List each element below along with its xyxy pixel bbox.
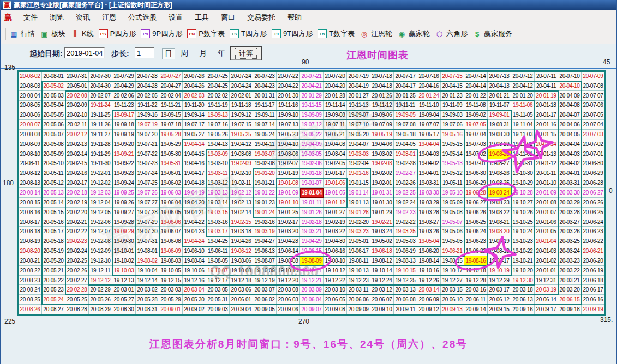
unit-button-年[interactable]: 年	[218, 48, 225, 58]
grid-cell-20-04-04: 20-04-04	[558, 139, 582, 149]
toolbar-button-板块[interactable]: ▣板块	[40, 29, 65, 39]
grid-cell-19-07-21: 19-07-21	[136, 139, 159, 149]
title-bar: 赢 赢家江恩专业版[赢家服务平台] - [上证指数时间正方形]	[1, 0, 616, 10]
grid-cell-20-05-21: 20-05-21	[42, 266, 65, 276]
grid-cell-19-04-24: 19-04-24	[183, 236, 206, 246]
grid-cell-19-07-05: 19-07-05	[464, 120, 488, 130]
menu-item-浏览[interactable]: 浏览	[44, 13, 70, 21]
toolbar-button-P四方形[interactable]: PSP四方形	[99, 29, 136, 39]
grid-cell-20-08-12: 20-08-12	[19, 168, 42, 178]
grid-cell-19-08-01: 19-08-01	[136, 246, 159, 256]
grid-cell-19-06-20: 19-06-20	[417, 246, 441, 256]
step-label: 步长:	[111, 49, 129, 59]
toolbar-button-9P四方形[interactable]: P99P四方形	[141, 29, 182, 39]
toolbar-button-9T四方形[interactable]: T99T四方形	[272, 29, 313, 39]
grid-cell-20-04-29: 20-04-29	[112, 81, 136, 91]
grid-cell-20-02-17: 20-02-17	[65, 178, 89, 188]
menu-item-交易委托[interactable]: 交易委托	[241, 13, 281, 21]
grid-cell-19-01-11: 19-01-11	[300, 198, 324, 208]
grid-cell-20-01-25: 20-01-25	[394, 91, 417, 101]
grid-cell-19-04-29: 19-04-29	[300, 236, 324, 246]
grid-cell-20-07-18: 20-07-18	[370, 71, 394, 81]
toolbar-button-K线[interactable]: ⫼K线	[70, 29, 94, 39]
start-date-input[interactable]	[64, 47, 105, 58]
grid-cell-19-04-12: 19-04-12	[230, 139, 253, 149]
grid-cell-19-05-04: 19-05-04	[417, 236, 441, 246]
grid-cell-20-02-12: 20-02-12	[65, 130, 89, 139]
grid-cell-19-04-19: 19-04-19	[183, 188, 206, 198]
grid-cell-19-04-17: 19-04-17	[183, 168, 206, 178]
menu-item-文件[interactable]: 文件	[17, 13, 44, 21]
unit-button-月[interactable]: 月	[199, 48, 207, 58]
grid-cell-19-12-15: 19-12-15	[159, 276, 183, 286]
grid-cell-20-09-01: 20-09-01	[159, 305, 183, 314]
grid-cell-19-06-06: 19-06-06	[159, 217, 183, 227]
chart-title: 江恩时间图表	[346, 48, 409, 62]
grid-cell-20-01-11: 20-01-11	[535, 168, 558, 178]
menu-item-设置[interactable]: 设置	[163, 13, 189, 21]
unit-button-周[interactable]: 周	[181, 48, 188, 58]
menu-item-工具[interactable]: 工具	[189, 13, 215, 21]
grid-cell-20-09-09: 20-09-09	[347, 305, 370, 314]
grid-cell-19-04-25: 19-04-25	[206, 236, 230, 246]
grid-cell-20-04-14: 20-04-14	[464, 81, 488, 91]
toolbar-button-六角形[interactable]: ⬡六角形	[435, 29, 468, 39]
toolbar-button-赢家轮[interactable]: ◉赢家轮	[397, 29, 430, 39]
grid-cell-20-03-18: 20-03-18	[511, 285, 535, 295]
toolbar-button-P数字表[interactable]: PNP数字表	[187, 29, 225, 39]
grid-cell-19-11-21: 19-11-21	[159, 101, 183, 111]
grid-cell-19-06-19: 19-06-19	[394, 246, 417, 256]
grid-cell-19-12-10: 19-12-10	[89, 256, 112, 266]
grid-cell-19-12-24: 19-12-24	[370, 276, 394, 286]
menu-item-公式选股[interactable]: 公式选股	[122, 13, 163, 21]
grid-cell-19-04-08: 19-04-08	[324, 139, 347, 149]
grid-cell-19-08-24: 19-08-24	[488, 188, 511, 198]
grid-cell-19-08-16: 19-08-16	[464, 256, 488, 266]
grid-cell-19-05-11: 19-05-11	[441, 178, 464, 188]
menu-item-资讯[interactable]: 资讯	[70, 13, 96, 21]
grid-cell-20-07-14: 20-07-14	[464, 71, 488, 81]
toolbar-button-江恩轮[interactable]: ◎江恩轮	[360, 29, 392, 39]
menu-item-帮助[interactable]: 帮助	[281, 13, 308, 21]
grid-cell-20-05-09: 20-05-09	[42, 149, 65, 159]
grid-cell-19-08-22: 19-08-22	[488, 208, 511, 217]
grid-cell-20-03-09: 20-03-09	[300, 285, 324, 295]
menu-item-江恩[interactable]: 江恩	[96, 13, 122, 21]
grid-cell-20-04-19: 20-04-19	[347, 81, 370, 91]
grid-cell-19-05-06: 19-05-06	[441, 227, 464, 236]
grid-cell-19-12-09: 19-12-09	[89, 246, 112, 256]
toolbar-button-T四方形[interactable]: TST四方形	[230, 29, 267, 39]
grid-cell-20-01-08: 20-01-08	[535, 198, 558, 208]
grid-cell-20-01-17: 20-01-17	[535, 110, 558, 120]
grid-cell-19-05-14: 19-05-14	[441, 149, 464, 159]
menu-item-窗口[interactable]: 窗口	[215, 13, 241, 21]
grid-cell-19-07-13: 19-07-13	[277, 120, 300, 130]
grid-cell-19-04-27: 19-04-27	[253, 236, 277, 246]
unit-button-日[interactable]: 日	[162, 48, 175, 59]
toolbar-button-T数字表[interactable]: TNT数字表	[318, 29, 355, 39]
calculate-button[interactable]: 计算	[230, 46, 262, 60]
window-title: 赢家江恩专业版[赢家服务平台] - [上证指数时间正方形]	[14, 1, 172, 10]
grid-cell-19-11-14: 19-11-14	[324, 101, 347, 111]
grid-cell-19-10-07: 19-10-07	[206, 266, 230, 276]
grid-cell-20-04-12: 20-04-12	[511, 81, 535, 91]
grid-cell-19-08-29: 19-08-29	[488, 139, 511, 149]
grid-cell-20-05-03: 20-05-03	[42, 91, 65, 101]
grid-cell-19-09-11: 19-09-11	[253, 110, 277, 120]
grid-cell-19-10-14: 19-10-14	[370, 266, 394, 276]
grid-cell-20-08-11: 20-08-11	[19, 159, 42, 169]
grid-cell-19-08-27: 19-08-27	[488, 159, 511, 169]
grid-cell-20-05-25: 20-05-25	[65, 295, 89, 305]
grid-cell-20-02-02: 20-02-02	[206, 91, 230, 101]
grid-cell-19-10-05: 19-10-05	[159, 266, 183, 276]
grid-cell-20-06-05: 20-06-05	[324, 295, 347, 305]
grid-cell-19-05-27: 19-05-27	[183, 130, 206, 139]
grid-cell-20-01-19: 20-01-19	[535, 91, 558, 101]
grid-cell-20-08-02: 20-08-02	[19, 71, 42, 81]
step-input[interactable]	[135, 47, 154, 58]
grid-cell-19-05-18: 19-05-18	[394, 130, 417, 139]
toolbar-button-赢家服务[interactable]: $赢家服务	[472, 29, 512, 39]
grid-cell-19-10-18: 19-10-18	[464, 266, 488, 276]
grid-cell-19-09-08: 19-09-08	[324, 110, 347, 120]
toolbar-button-行情[interactable]: ▦行情	[9, 29, 35, 39]
